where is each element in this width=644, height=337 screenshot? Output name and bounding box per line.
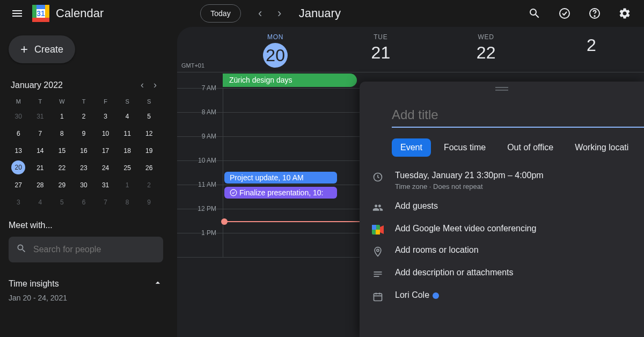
- mini-day[interactable]: 15: [52, 143, 72, 158]
- mini-day[interactable]: 17: [96, 143, 115, 158]
- mini-day[interactable]: 7: [31, 126, 50, 141]
- calendar-event[interactable]: Finalize presentation, 10:: [224, 187, 337, 199]
- mini-day[interactable]: 30: [9, 109, 28, 124]
- mini-day[interactable]: 8: [52, 126, 72, 141]
- mini-day[interactable]: 2: [74, 109, 94, 124]
- calendar-owner[interactable]: Lori Cole: [395, 290, 439, 300]
- mini-day[interactable]: 25: [118, 160, 137, 175]
- mini-day[interactable]: 27: [9, 178, 28, 193]
- time-insights-title: Time insights: [9, 279, 59, 289]
- panel-row-location[interactable]: Add rooms or location: [360, 240, 644, 262]
- event-datetime[interactable]: Tuesday, January 21 3:30pm – 4:00pm: [395, 171, 544, 180]
- hour-label: 11 AM: [177, 181, 223, 204]
- mini-day[interactable]: 30: [74, 178, 94, 193]
- svg-rect-15: [376, 230, 380, 235]
- time-cell[interactable]: [223, 233, 363, 257]
- event-title-input[interactable]: [392, 103, 644, 128]
- mini-day[interactable]: 20: [11, 160, 25, 174]
- mini-day[interactable]: 31: [96, 178, 115, 193]
- event-type-tab[interactable]: Focus time: [435, 138, 494, 157]
- mini-day[interactable]: 29: [52, 178, 72, 193]
- calendar-event[interactable]: Project update, 10 AM: [224, 172, 337, 184]
- panel-row-people[interactable]: Add guests: [360, 196, 644, 218]
- create-event-panel: EventFocus timeOut of officeWorking loca…: [360, 82, 644, 337]
- mini-day[interactable]: 9: [139, 195, 159, 210]
- mini-day[interactable]: 1: [52, 109, 72, 124]
- mini-day[interactable]: 31: [31, 109, 50, 124]
- day-column-header[interactable]: TUE21: [328, 27, 433, 72]
- next-period-button[interactable]: ›: [271, 5, 288, 22]
- mini-next-month[interactable]: ›: [153, 79, 157, 91]
- settings-icon[interactable]: [614, 3, 635, 24]
- drag-handle-icon[interactable]: [360, 82, 644, 98]
- svg-rect-17: [374, 294, 382, 301]
- allday-event[interactable]: Zürich design days: [223, 74, 357, 87]
- event-repeat[interactable]: Time zone · Does not repeat: [395, 182, 544, 191]
- mini-day[interactable]: 1: [118, 178, 137, 193]
- mini-day[interactable]: 5: [139, 109, 159, 124]
- time-insights-range: Jan 20 - 24, 2021: [9, 294, 163, 302]
- chevron-up-icon[interactable]: [152, 277, 163, 290]
- notes-icon: [371, 268, 384, 280]
- mini-day[interactable]: 6: [9, 126, 28, 141]
- mini-day[interactable]: 14: [31, 143, 50, 158]
- mini-day[interactable]: 24: [96, 160, 115, 175]
- day-column-header[interactable]: 2: [539, 27, 644, 72]
- mini-dow: F: [96, 96, 115, 107]
- meet-icon: [371, 224, 384, 235]
- hour-label: 8 AM: [177, 108, 223, 132]
- date-number: 20: [263, 43, 288, 68]
- mini-day[interactable]: 7: [96, 195, 115, 210]
- mini-dow: M: [9, 96, 28, 107]
- help-icon[interactable]: [584, 3, 605, 24]
- mini-day[interactable]: 28: [31, 178, 50, 193]
- mini-day[interactable]: 22: [52, 160, 72, 175]
- time-cell[interactable]: [223, 137, 363, 160]
- mini-day[interactable]: 11: [118, 126, 137, 141]
- mini-day[interactable]: 5: [52, 195, 72, 210]
- calendar-icon: [371, 290, 384, 302]
- mini-day[interactable]: 16: [74, 143, 94, 158]
- search-icon[interactable]: [524, 3, 545, 24]
- mini-day[interactable]: 2: [139, 178, 159, 193]
- day-column-header[interactable]: MON20: [223, 27, 328, 72]
- event-type-tab[interactable]: Out of office: [499, 138, 562, 157]
- mini-prev-month[interactable]: ‹: [141, 79, 144, 91]
- event-type-tab[interactable]: Working locati: [566, 138, 637, 157]
- time-cell[interactable]: [223, 89, 363, 112]
- today-button[interactable]: Today: [200, 4, 240, 23]
- event-type-tab[interactable]: Event: [392, 138, 431, 157]
- prev-period-button[interactable]: ‹: [252, 5, 269, 22]
- search-people-input[interactable]: [33, 245, 156, 254]
- current-month-label: January: [299, 6, 341, 20]
- panel-row-notes[interactable]: Add description or attachments: [360, 262, 644, 285]
- mini-day[interactable]: 13: [9, 143, 28, 158]
- svg-rect-11: [495, 90, 508, 91]
- menu-icon[interactable]: [4, 1, 30, 26]
- mini-day[interactable]: 18: [118, 143, 137, 158]
- date-number: 21: [328, 43, 433, 63]
- svg-text:31: 31: [36, 9, 45, 18]
- mini-day[interactable]: 10: [96, 126, 115, 141]
- dow-label: TUE: [328, 33, 433, 41]
- mini-day[interactable]: 6: [74, 195, 94, 210]
- mini-day[interactable]: 3: [96, 109, 115, 124]
- mini-day[interactable]: 4: [31, 195, 50, 210]
- time-cell[interactable]: [223, 113, 363, 136]
- mini-day[interactable]: 26: [139, 160, 159, 175]
- panel-row-text: Add rooms or location: [395, 245, 479, 255]
- mini-day[interactable]: 19: [139, 143, 159, 158]
- mini-day[interactable]: 3: [9, 195, 28, 210]
- mini-day[interactable]: 12: [139, 126, 159, 141]
- hour-label: 12 PM: [177, 205, 223, 229]
- mini-day[interactable]: 4: [118, 109, 137, 124]
- create-button[interactable]: + Create: [9, 35, 75, 63]
- mini-day[interactable]: 23: [74, 160, 94, 175]
- mini-day[interactable]: 8: [118, 195, 137, 210]
- tasks-icon[interactable]: [554, 3, 575, 24]
- hour-label: 1 PM: [177, 229, 223, 253]
- panel-row-meet[interactable]: Add Google Meet video conferencing: [360, 218, 644, 240]
- mini-day[interactable]: 21: [31, 160, 50, 175]
- mini-day[interactable]: 9: [74, 126, 94, 141]
- day-column-header[interactable]: WED22: [434, 27, 539, 72]
